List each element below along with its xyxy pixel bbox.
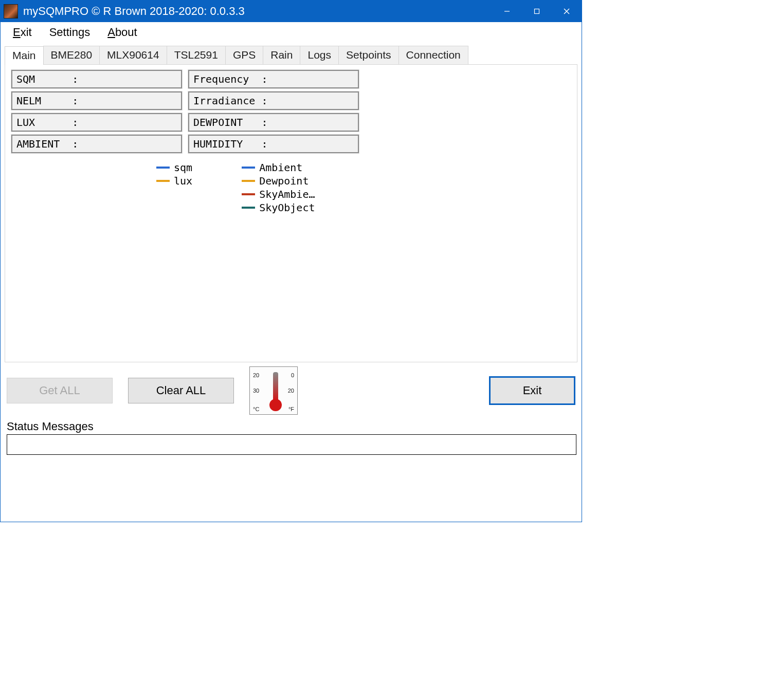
legend-item: SkyObject bbox=[242, 201, 315, 214]
tab-bme280[interactable]: BME280 bbox=[43, 46, 100, 64]
minimize-button[interactable] bbox=[492, 1, 522, 22]
legend-item: Dewpoint bbox=[242, 175, 315, 187]
menubar: Exit Settings About bbox=[1, 22, 582, 43]
readout-nelm: NELM : bbox=[11, 91, 182, 110]
legend-left: sqm lux bbox=[156, 161, 192, 214]
bottom-area: Get ALL Clear ALL 20 0 30 20 °C °F Exit … bbox=[5, 366, 577, 455]
thermometer-bulb-icon bbox=[269, 399, 282, 411]
tab-mlx90614[interactable]: MLX90614 bbox=[99, 46, 167, 64]
legend-label: lux bbox=[174, 175, 192, 187]
tab-tsl2591[interactable]: TSL2591 bbox=[167, 46, 226, 64]
readout-frequency: Frequency : bbox=[188, 70, 359, 88]
app-icon bbox=[4, 4, 18, 19]
legend-swatch bbox=[156, 180, 170, 182]
readout-irradiance: Irradiance : bbox=[188, 91, 359, 110]
legend-item: lux bbox=[156, 175, 192, 187]
legend-label: Ambient bbox=[259, 161, 302, 174]
thermo-tick: °F bbox=[288, 406, 294, 412]
thermo-tick: 30 bbox=[253, 388, 259, 394]
chart-legend: sqm lux Ambient Dewpoint bbox=[156, 161, 571, 214]
legend-item: Ambient bbox=[242, 161, 315, 174]
tabstrip: Main BME280 MLX90614 TSL2591 GPS Rain Lo… bbox=[5, 45, 577, 64]
readouts-right: Frequency : Irradiance : DEWPOINT : HUMI… bbox=[188, 70, 359, 153]
maximize-button[interactable] bbox=[522, 1, 552, 22]
tab-rain[interactable]: Rain bbox=[263, 46, 300, 64]
thermometer-icon: 20 0 30 20 °C °F bbox=[249, 366, 298, 415]
legend-right: Ambient Dewpoint SkyAmbie… SkyObject bbox=[242, 161, 315, 214]
tab-connection[interactable]: Connection bbox=[398, 46, 468, 64]
readout-ambient: AMBIENT : bbox=[11, 135, 182, 153]
menu-about[interactable]: About bbox=[107, 26, 137, 39]
tab-main[interactable]: Main bbox=[5, 46, 44, 65]
close-button[interactable] bbox=[552, 1, 582, 22]
legend-label: SkyObject bbox=[259, 201, 315, 214]
legend-swatch bbox=[242, 180, 255, 182]
legend-swatch bbox=[242, 207, 255, 209]
get-all-button[interactable]: Get ALL bbox=[7, 378, 113, 403]
readout-lux: LUX : bbox=[11, 113, 182, 132]
legend-label: Dewpoint bbox=[259, 175, 309, 187]
legend-label: SkyAmbie… bbox=[259, 188, 315, 200]
window-controls bbox=[492, 1, 582, 22]
thermometer-stem-icon bbox=[273, 372, 278, 401]
thermo-tick: 20 bbox=[288, 388, 294, 394]
legend-swatch bbox=[242, 167, 255, 169]
legend-label: sqm bbox=[174, 161, 192, 174]
tabpanel-main: SQM : NELM : LUX : AMBIENT : Frequency :… bbox=[5, 64, 577, 362]
thermo-tick: °C bbox=[253, 406, 259, 412]
window-title: mySQMPRO © R Brown 2018-2020: 0.0.3.3 bbox=[23, 5, 245, 18]
menu-settings[interactable]: Settings bbox=[49, 26, 90, 39]
legend-swatch bbox=[242, 193, 255, 195]
tab-gps[interactable]: GPS bbox=[225, 46, 263, 64]
readouts-grid: SQM : NELM : LUX : AMBIENT : Frequency :… bbox=[11, 70, 571, 153]
readouts-left: SQM : NELM : LUX : AMBIENT : bbox=[11, 70, 182, 153]
menu-exit[interactable]: Exit bbox=[13, 26, 32, 39]
svg-rect-1 bbox=[535, 9, 539, 14]
legend-item: SkyAmbie… bbox=[242, 188, 315, 200]
tab-logs[interactable]: Logs bbox=[300, 46, 339, 64]
readout-dewpoint: DEWPOINT : bbox=[188, 113, 359, 132]
clear-all-button[interactable]: Clear ALL bbox=[128, 378, 234, 403]
client-area: Main BME280 MLX90614 TSL2591 GPS Rain Lo… bbox=[1, 43, 582, 522]
exit-button[interactable]: Exit bbox=[489, 376, 575, 405]
thermo-tick: 0 bbox=[291, 372, 294, 378]
status-messages-label: Status Messages bbox=[7, 420, 575, 433]
tab-setpoints[interactable]: Setpoints bbox=[338, 46, 399, 64]
readout-sqm: SQM : bbox=[11, 70, 182, 88]
button-row: Get ALL Clear ALL 20 0 30 20 °C °F Exit bbox=[7, 366, 575, 415]
legend-item: sqm bbox=[156, 161, 192, 174]
thermo-tick: 20 bbox=[253, 372, 259, 378]
readout-humidity: HUMIDITY : bbox=[188, 135, 359, 153]
legend-swatch bbox=[156, 167, 170, 169]
status-messages-box bbox=[7, 434, 576, 455]
app-window: mySQMPRO © R Brown 2018-2020: 0.0.3.3 Ex… bbox=[0, 0, 582, 522]
titlebar: mySQMPRO © R Brown 2018-2020: 0.0.3.3 bbox=[1, 1, 582, 22]
